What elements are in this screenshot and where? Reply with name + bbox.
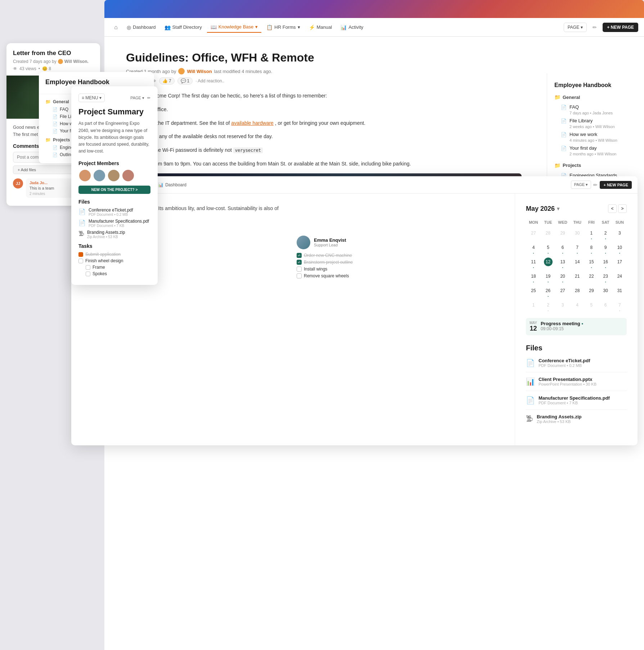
nav-item-staff-directory[interactable]: 👥 Staff Directory: [161, 22, 206, 32]
file-pdf-icon: 📄: [526, 396, 535, 405]
hr-icon: 📋: [266, 24, 273, 30]
thumbs-reaction[interactable]: 👍 7: [159, 77, 175, 85]
manual-icon: ⚡: [309, 24, 315, 30]
files-list: 📄 Conference eTicket.pdf PDF Document • …: [526, 358, 627, 428]
add-reaction-btn[interactable]: · Add reaction..: [195, 78, 224, 83]
cal-next-btn[interactable]: >: [618, 204, 627, 213]
doc-icon: 📄: [53, 122, 58, 126]
doc-icon: 📄: [561, 146, 567, 151]
member-avatar-3: [107, 169, 120, 182]
folder-icon-projects: 📁: [554, 163, 560, 168]
bottom-page-btn[interactable]: PAGE ▾: [571, 181, 591, 189]
task-check[interactable]: [297, 260, 302, 265]
bottom-edit-icon[interactable]: ✏: [593, 182, 598, 188]
edit-icon[interactable]: ✏: [590, 22, 600, 32]
staff-icon: 👥: [165, 24, 171, 30]
article-title: Guidelines: Office, WFH & Remote: [126, 51, 522, 64]
author-avatar: [178, 68, 185, 74]
activity-icon: 📊: [341, 24, 347, 30]
task-check[interactable]: [297, 273, 302, 278]
cal-week-3: 11• 12• 13• 14 15• 16• 17: [526, 256, 627, 271]
calendar-title: May 2026 ▾ < >: [526, 204, 627, 213]
project-panel-topbar: ≡ MENU ▾ PAGE ▾ ✏: [78, 94, 150, 102]
cal-week-5: 25 26• 27 28 29 30 31: [526, 285, 627, 299]
menu-button[interactable]: ≡ MENU ▾: [78, 94, 105, 102]
file-ppt-icon: 📊: [526, 377, 535, 386]
project-desc: As part of the Engineering Expo 2040, we…: [78, 120, 150, 155]
task-spokes: Spokes: [78, 271, 150, 276]
members-avatars: [78, 169, 150, 182]
nav-item-activity[interactable]: 📊 Activity: [337, 22, 367, 32]
nav-item-manual[interactable]: ⚡ Manual: [305, 22, 336, 32]
article-reactions: 1.2K views 👁 👍 7 💬 1 · Add reaction..: [126, 77, 522, 85]
bottom-new-page-button[interactable]: + NEW PAGE: [600, 181, 632, 189]
calendar-nav: < >: [608, 204, 627, 213]
sidebar-item-your-first-day[interactable]: 📄 Your first day 2 months ago • Will Wil…: [554, 144, 637, 158]
nav-item-dashboard[interactable]: ◎ Dashboard: [123, 22, 159, 32]
files-heading: Files: [526, 344, 627, 352]
wifi-password-code: verysecret: [233, 147, 263, 153]
task-checkbox[interactable]: [78, 259, 83, 263]
cal-week-4: 18• 19• 20• 21 22 23• 24: [526, 271, 627, 285]
doc-icon: 📄: [53, 107, 58, 112]
file-list-item-4[interactable]: 🗜 Branding Assets.zip Zip Archive • 53 K…: [526, 414, 627, 428]
page-btn[interactable]: PAGE ▾ ✏: [130, 96, 150, 100]
navbar: ⌂ ◎ Dashboard 👥 Staff Directory 📖 Knowle…: [104, 18, 644, 37]
file-icon: 🗜: [78, 231, 84, 237]
file-list-item-3[interactable]: 📄 Manufacturer Specifications.pdf PDF Do…: [526, 395, 627, 410]
doc-icon: 📄: [561, 105, 567, 110]
task-emma-4: Remove square wheels: [297, 273, 500, 278]
file-item-2: 📄 Manufacturer Specifications.pdf PDF Do…: [78, 219, 150, 228]
ceo-card-stats: 👁 43 views • 😊 8: [13, 66, 94, 71]
dashboard-icon: ◎: [127, 24, 131, 30]
sidebar-section-general: 📁 General: [554, 94, 637, 100]
task-emma-3: Install wings: [297, 267, 500, 272]
sidebar-item-how-we-work[interactable]: 📄 How we work 4 minutes ago • Will Wilso…: [554, 130, 637, 144]
nav-home-icon[interactable]: ⌂: [110, 22, 122, 33]
file-zip-icon: 🗜: [526, 415, 533, 423]
file-item-1: 📄 Conference eTicket.pdf PDF Document • …: [78, 208, 150, 217]
new-on-project-button[interactable]: NEW ON THE PROJECT? >: [78, 186, 150, 194]
emma-avatar: [297, 236, 310, 249]
file-item-3: 🗜 Branding Assets.zip Zip Archive • 53 K…: [78, 230, 150, 239]
ceo-card-meta: Created 7 days ago by Will Wilson.: [13, 59, 94, 64]
doc-icon: 📄: [53, 114, 58, 119]
task-checkbox[interactable]: [86, 265, 90, 270]
task-check[interactable]: [297, 253, 302, 258]
cal-week-1: 27 28 29 30 1• 2• 3: [526, 227, 627, 242]
nav-item-knowledge-base[interactable]: 📖 Knowledge Base ▾: [207, 22, 262, 33]
task-emma-1: Order new CNC machine: [297, 253, 500, 258]
folder-icon-general: 📁: [554, 94, 560, 100]
comment-reaction[interactable]: 💬 1: [177, 77, 193, 85]
new-page-button[interactable]: + NEW PAGE: [603, 23, 638, 32]
nav-item-hr-forms[interactable]: 📋 HR Forms ▾: [263, 22, 303, 32]
commenter-avatar: JJ: [13, 178, 23, 188]
file-list-item-1[interactable]: 📄 Conference eTicket.pdf PDF Document • …: [526, 358, 627, 372]
doc-icon: 📄: [561, 132, 567, 137]
project-title: Project Summary: [78, 107, 150, 117]
bottom-nav-dashboard[interactable]: 📊 Dashboard: [154, 180, 190, 190]
task-checkbox[interactable]: [86, 272, 90, 276]
cal-prev-btn[interactable]: <: [608, 204, 617, 213]
top-banner: [104, 0, 644, 18]
sidebar-item-faq[interactable]: 📄 FAQ 7 days ago • Jada Jones: [554, 103, 637, 117]
task-checkbox[interactable]: [78, 252, 83, 257]
member-avatar-2: [93, 169, 106, 182]
task-emma-2: Brainstorm project outline: [297, 260, 500, 265]
doc-icon: 📄: [53, 145, 58, 150]
file-icon: 📄: [78, 219, 86, 226]
sidebar-item-file-library[interactable]: 📄 File Library 2 weeks ago • Will Wilson: [554, 117, 637, 130]
calendar-event[interactable]: MAY 12 Progress meeting • 09:00-09:15: [526, 318, 627, 335]
doc-icon: 📄: [53, 153, 58, 157]
bottom-right-section: May 2026 ▾ < > MON TUE WED THU FRI SAT: [515, 194, 638, 445]
task-check[interactable]: [297, 267, 302, 272]
page-dropdown-btn[interactable]: PAGE ▾: [564, 23, 587, 32]
bottom-nav-right: PAGE ▾ ✏ + NEW PAGE: [571, 181, 632, 189]
available-hardware-link[interactable]: available hardware: [231, 120, 274, 126]
sidebar-section-projects: 📁 Projects: [554, 163, 637, 168]
task-finish-wheel: Finish wheel design: [78, 258, 150, 263]
file-list-item-2[interactable]: 📊 Client Presentation.pptx PowerPoint Pr…: [526, 377, 627, 391]
member-avatar-4: [122, 169, 135, 182]
doc-icon: 📄: [561, 118, 567, 124]
project-panel: ≡ MENU ▾ PAGE ▾ ✏ Project Summary As par…: [71, 86, 158, 285]
